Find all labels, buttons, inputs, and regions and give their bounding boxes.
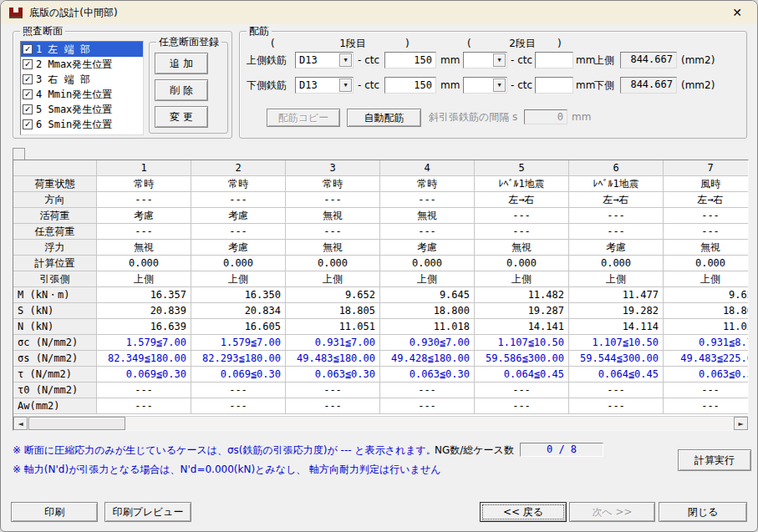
table-row: τ (N/mm2)0.069≦0.300.069≦0.300.063≦0.300… — [13, 367, 749, 383]
calculate-button[interactable]: 計算実行 — [678, 449, 751, 471]
upper-tier1-size-select[interactable]: D13 ▼ — [295, 52, 354, 68]
chevron-down-icon[interactable]: ▼ — [339, 79, 352, 92]
column-header: 6 — [569, 160, 664, 176]
table-cell: 1.579≦7.00 — [191, 335, 286, 351]
table-cell: 0.063≦0.30 — [286, 367, 380, 383]
table-row: M (kN・m)16.35716.3509.6529.64511.48211.4… — [13, 287, 749, 303]
section-list-item[interactable]: ✓6 Smin発生位置 — [21, 117, 143, 132]
checkbox-icon[interactable]: ✓ — [23, 59, 33, 69]
chevron-down-icon[interactable]: ▼ — [493, 79, 506, 92]
row-label: 計算位置 — [13, 256, 97, 271]
delete-button[interactable]: 削 除 — [155, 79, 208, 101]
table-cell: --- — [97, 383, 191, 398]
scroll-left-icon[interactable]: ◄ — [13, 417, 28, 430]
table-cell: 0.000 — [97, 256, 191, 271]
rebar-group-label: 配筋 — [247, 25, 272, 37]
table-cell: 11.482 — [475, 287, 569, 303]
back-button[interactable]: << 戻る — [480, 502, 567, 522]
table-cell: 上側 — [664, 271, 749, 287]
tier2-header: 2段目 — [497, 38, 547, 50]
table-row: 任意荷重--------------------- — [13, 224, 749, 240]
mm-label: mm — [440, 79, 460, 92]
table-cell: 左→右 — [664, 192, 749, 208]
print-button[interactable]: 印刷 — [11, 502, 98, 522]
ctc-label: - ctc — [358, 54, 379, 67]
scrollbar-thumb[interactable] — [28, 417, 125, 430]
row-label: 任意荷重 — [13, 224, 97, 240]
auto-rebar-button[interactable]: 自動配筋 — [347, 109, 421, 127]
table-cell: 無視 — [475, 240, 569, 256]
table-cell: 1.107≦10.50 — [569, 335, 664, 351]
lower-area-field: 844.667 — [620, 77, 677, 94]
results-grid: 1234567荷重状態常時常時常時常時ﾚﾍﾞﾙ1地震ﾚﾍﾞﾙ1地震風時方向---… — [13, 160, 749, 414]
table-cell: 常時 — [286, 176, 380, 192]
checkbox-icon[interactable]: ✓ — [23, 44, 33, 54]
column-header: 7 — [664, 160, 749, 176]
table-cell: 左→右 — [475, 192, 569, 208]
chevron-down-icon[interactable]: ▼ — [493, 53, 506, 67]
table-corner-cell — [13, 160, 97, 176]
add-button[interactable]: 追 加 — [155, 53, 208, 74]
upper-tier1-pitch-input[interactable] — [384, 52, 436, 68]
table-cell: --- — [380, 383, 475, 398]
scroll-right-icon[interactable]: ► — [734, 417, 748, 430]
table-cell: --- — [191, 398, 286, 414]
table-cell: --- — [569, 224, 664, 240]
checkbox-icon[interactable]: ✓ — [23, 74, 33, 84]
table-cell: --- — [286, 383, 380, 398]
table-cell: 考慮 — [191, 240, 286, 256]
ctc-label: - ctc — [511, 79, 532, 92]
table-cell: --- — [569, 383, 664, 398]
lower-tier1-size-select[interactable]: D13 ▼ — [295, 77, 354, 94]
note-compression: ※ 断面に圧縮応力のみが生じているケースは、σs(鉄筋の引張応力度)が --- … — [13, 444, 436, 457]
change-button[interactable]: 変 更 — [155, 106, 208, 128]
table-cell: 常時 — [380, 176, 475, 192]
section-list-item[interactable]: ✓2 Mmax発生位置 — [21, 57, 143, 72]
table-cell: --- — [97, 398, 191, 414]
lower-tier2-pitch-input[interactable] — [535, 77, 573, 94]
checkbox-icon[interactable]: ✓ — [23, 119, 33, 129]
table-cell: 0.000 — [191, 256, 286, 271]
table-row: Aw(mm2)--------------------- — [13, 398, 749, 414]
table-cell: --- — [475, 398, 569, 414]
table-cell: 16.357 — [97, 287, 191, 303]
ng-count-field: 0 / 8 — [520, 443, 603, 457]
table-cell: 18.805 — [286, 303, 380, 319]
section-listbox[interactable]: ✓1 左 端 部✓2 Mmax発生位置✓3 右 端 部✓4 Mmin発生位置✓5… — [20, 41, 144, 135]
table-cell: 0.000 — [569, 256, 664, 271]
checkbox-icon[interactable]: ✓ — [23, 104, 33, 114]
lower-tier1-pitch-input[interactable] — [384, 77, 436, 94]
table-cell: 上側 — [286, 271, 380, 287]
row-label: τ (N/mm2) — [13, 367, 97, 383]
table-cell: 0.064≦0.45 — [475, 367, 569, 383]
row-label: σs (N/mm2) — [13, 351, 97, 367]
section-list-item[interactable]: ✓4 Mmin発生位置 — [21, 87, 143, 102]
section-list-item[interactable]: ✓1 左 端 部 — [21, 42, 143, 57]
area-unit-label: (mm2) — [681, 54, 715, 67]
upper-tier2-size-select[interactable]: ▼ — [463, 52, 507, 68]
titlebar: 底版の設計(中間部) ✕ — [1, 1, 757, 24]
horizontal-scrollbar[interactable]: ◄ ► — [13, 416, 748, 430]
upper-tier2-pitch-input[interactable] — [535, 52, 573, 68]
table-row: τ0 (N/mm2)--------------------- — [13, 383, 749, 398]
checkbox-icon[interactable]: ✓ — [23, 89, 33, 99]
table-cell: 59.544≦300.00 — [569, 351, 664, 367]
table-cell: 0.064≦0.45 — [569, 367, 664, 383]
table-cell: 18.80 — [664, 303, 749, 319]
table-cell: --- — [286, 224, 380, 240]
section-list-item[interactable]: ✓3 右 端 部 — [21, 72, 143, 87]
row-label: 方向 — [13, 192, 97, 208]
mm-label: mm — [576, 54, 595, 67]
ctc-label: - ctc — [511, 54, 532, 67]
print-preview-button[interactable]: 印刷プレビュー — [104, 502, 191, 522]
table-cell: 0.000 — [380, 256, 475, 271]
close-button[interactable]: 閉じる — [659, 502, 747, 522]
upper-side-label: 上側 — [594, 54, 614, 67]
section-list-item[interactable]: ✓5 Smax発生位置 — [21, 102, 143, 117]
chevron-down-icon[interactable]: ▼ — [339, 53, 352, 67]
section-item-label: 6 Smin発生位置 — [36, 118, 112, 132]
close-icon[interactable]: ✕ — [729, 4, 745, 21]
lower-tier2-size-select[interactable]: ▼ — [463, 77, 507, 94]
table-cell: 常時 — [191, 176, 286, 192]
table-cell: 18.800 — [380, 303, 475, 319]
